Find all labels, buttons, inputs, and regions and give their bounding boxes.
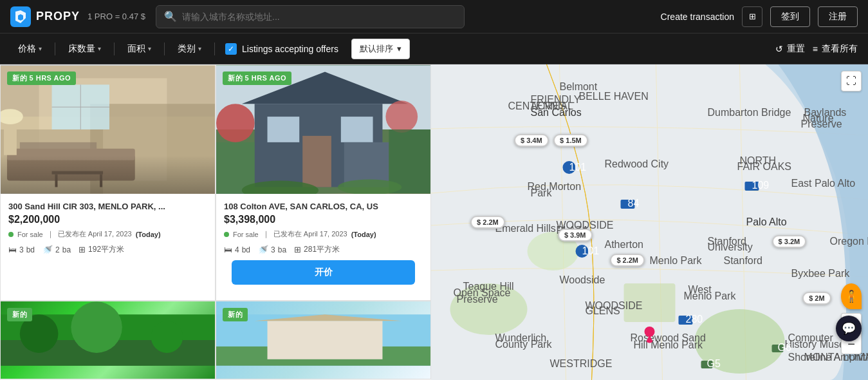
type-filter-button[interactable]: 类别 ▾ <box>170 39 209 59</box>
svg-point-35 <box>71 301 122 353</box>
svg-rect-11 <box>7 149 135 160</box>
reset-button[interactable]: ↺ 重置 <box>775 43 805 55</box>
baths-value: 2 <box>55 245 60 254</box>
street-view-control[interactable]: 🧍 <box>841 283 862 309</box>
map-price-marker[interactable]: $ 2M <box>802 292 831 305</box>
svg-point-26 <box>216 104 255 142</box>
area-chevron-icon: ▾ <box>148 45 151 52</box>
beds-detail: 🛏 3 bd <box>8 245 35 254</box>
filter-divider-1 <box>55 43 55 55</box>
svg-rect-6 <box>20 142 97 181</box>
svg-rect-12 <box>52 171 104 175</box>
price-filter-label: 价格 <box>18 43 36 55</box>
price-chevron-icon: ▾ <box>39 45 42 52</box>
for-sale-label: For sale <box>233 231 259 238</box>
card-price: $2,200,000 <box>8 214 207 225</box>
bed-icon: 🛏 <box>224 245 232 254</box>
area-filter-label: 面积 <box>127 43 145 55</box>
area-icon: ⊞ <box>294 245 301 254</box>
status-dot <box>8 232 14 237</box>
published-text: 已发布在 April 17, 2023 <box>58 229 132 239</box>
beds-value: 3 <box>19 245 24 254</box>
chat-button[interactable]: 💬 <box>836 316 862 341</box>
status-separator: ｜ <box>263 229 270 239</box>
today-label: (Today) <box>351 231 376 238</box>
card-price: $3,398,000 <box>224 214 423 225</box>
beds-chevron-icon: ▾ <box>98 45 101 52</box>
sort-button[interactable]: 默认排序 ▾ <box>351 39 410 59</box>
card-address: 108 Colton AVE, SAN CARLOS, CA, US <box>224 202 423 211</box>
baths-value: 3 <box>271 245 275 254</box>
beds-filter-button[interactable]: 床数量 ▾ <box>60 39 109 59</box>
propy-logo-icon <box>10 6 31 27</box>
card-details: 🛏 3 bd 🚿 2 ba ⊞ 192平方米 <box>8 244 207 255</box>
open-offer-button[interactable]: 开价 <box>232 260 415 285</box>
card-details: 🛏 4 bd 🚿 3 ba ⊞ 281平方米 <box>224 244 423 255</box>
listings-accepting-offers-toggle[interactable]: ✓ Listings accepting offers <box>220 43 344 55</box>
map-price-marker[interactable]: $ 3.9M <box>558 229 593 242</box>
beds-unit: bd <box>26 245 35 254</box>
type-chevron-icon: ▾ <box>198 45 201 52</box>
map-controls: ⛶ <box>841 71 862 91</box>
search-bar[interactable]: 🔍 <box>156 5 465 28</box>
card-image-svg <box>1 301 215 379</box>
area-filter-button[interactable]: 面积 ▾ <box>120 39 159 59</box>
status-dot <box>224 232 229 237</box>
reset-label: 重置 <box>787 43 805 55</box>
new-badge: 新的 5 HRS AGO <box>7 71 76 85</box>
filter-bar: 价格 ▾ 床数量 ▾ 面积 ▾ 类别 ▾ ✓ Listings acceptin… <box>0 33 868 64</box>
bath-icon: 🚿 <box>42 245 53 254</box>
svg-rect-39 <box>268 321 383 359</box>
card-image-svg <box>216 301 430 379</box>
nav-icon-button[interactable]: ⊞ <box>742 6 762 27</box>
map-price-marker[interactable]: $ 3.2M <box>772 235 807 248</box>
map-markers: $ 3.4M$ 1.5M$ 2.2M$ 3.9M$ 2.2M$ 3.2M$ 2M <box>431 64 868 380</box>
svg-rect-22 <box>268 117 300 142</box>
logo-text: PROPY <box>36 10 80 23</box>
fullscreen-button[interactable]: ⛶ <box>841 71 862 91</box>
beds-unit: bd <box>242 245 250 254</box>
baths-unit: ba <box>62 245 71 254</box>
area-value: 192平方米 <box>88 244 124 255</box>
fullscreen-icon: ⛶ <box>846 75 856 87</box>
menu-icon: ≡ <box>813 44 818 54</box>
listing-panel: 新的 5 HRS AGO 300 Sand Hill CIR 303, MENL… <box>0 64 431 380</box>
listing-card[interactable]: 新的 5 HRS AGO 300 Sand Hill CIR 303, MENL… <box>0 64 216 301</box>
card-info: 108 Colton AVE, SAN CARLOS, CA, US $3,39… <box>216 194 430 300</box>
map-panel[interactable]: 101 101 84 280 San Carlos Redwood City R… <box>431 64 868 380</box>
listing-card[interactable]: 新的 <box>0 301 216 379</box>
new-badge: 新的 <box>223 308 248 321</box>
reset-icon: ↺ <box>775 44 783 54</box>
svg-rect-14 <box>100 175 102 187</box>
new-badge: 新的 <box>7 308 32 321</box>
card-image <box>1 301 215 379</box>
svg-point-27 <box>385 100 418 133</box>
filter-divider-3 <box>164 43 165 55</box>
filter-divider-2 <box>114 43 115 55</box>
view-all-button[interactable]: ≡ 查看所有 <box>813 43 858 55</box>
price-filter-button[interactable]: 价格 ▾ <box>10 39 50 59</box>
card-info: 300 Sand Hill CIR 303, MENLO PARK, ... $… <box>1 194 215 263</box>
map-price-marker[interactable]: $ 1.5M <box>553 134 588 147</box>
map-price-marker[interactable]: $ 2.2M <box>610 254 645 267</box>
signin-button[interactable]: 签到 <box>770 6 810 27</box>
svg-rect-13 <box>55 175 57 187</box>
map-price-marker[interactable]: $ 2.2M <box>470 216 505 229</box>
baths-detail: 🚿 3 ba <box>258 245 286 254</box>
baths-unit: ba <box>278 245 286 254</box>
card-address: 300 Sand Hill CIR 303, MENLO PARK, ... <box>8 202 207 211</box>
listing-card[interactable]: 新的 5 HRS AGO 108 Colton AVE, SAN CARLOS,… <box>216 64 431 301</box>
create-transaction-link[interactable]: Create transaction <box>661 12 734 22</box>
map-price-marker[interactable]: $ 3.4M <box>514 134 549 147</box>
filter-right-controls: ↺ 重置 ≡ 查看所有 <box>775 43 858 55</box>
register-button[interactable]: 注册 <box>818 6 858 27</box>
checkbox-checked-icon: ✓ <box>225 43 237 55</box>
sort-chevron-icon: ▾ <box>397 44 402 53</box>
search-input[interactable] <box>182 12 456 22</box>
svg-point-36 <box>151 321 183 353</box>
main-content: 新的 5 HRS AGO 300 Sand Hill CIR 303, MENL… <box>0 64 868 380</box>
listing-card[interactable]: 新的 <box>216 301 431 379</box>
area-value: 281平方米 <box>304 244 340 255</box>
beds-detail: 🛏 4 bd <box>224 245 250 254</box>
chat-icon: 💬 <box>842 321 856 336</box>
